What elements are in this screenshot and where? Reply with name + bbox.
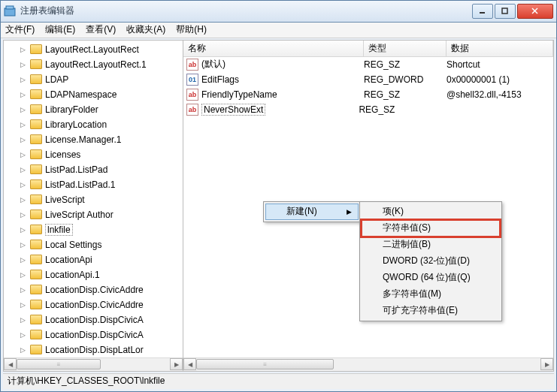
menu-favorites[interactable]: 收藏夹(A) (126, 23, 165, 36)
tree-pane: LayoutRect.LayoutRectLayoutRect.LayoutRe… (4, 41, 183, 371)
ctx-sub-item[interactable]: 多字符串值(M) (362, 286, 500, 303)
ctx-sub-item[interactable]: DWORD (32-位)值(D) (362, 253, 500, 270)
expand-icon[interactable] (19, 210, 27, 219)
expand-icon[interactable] (19, 60, 27, 68)
tree-item[interactable]: LayoutRect.LayoutRect (4, 42, 183, 57)
tree-item[interactable]: LocationApi (4, 252, 183, 267)
tree-item[interactable]: LocationDisp.DispCivicA (4, 327, 183, 342)
folder-icon (30, 315, 42, 324)
tree-item[interactable]: ListPad.ListPad (4, 162, 183, 177)
scroll-left-icon[interactable]: ◀ (183, 358, 196, 370)
tree-item[interactable]: lnkfile (4, 222, 183, 237)
value-data: @shell32.dll,-4153 (447, 89, 553, 100)
list-hscroll[interactable]: ◀ ≡ ▶ (183, 357, 553, 371)
folder-icon (30, 119, 42, 129)
expand-icon[interactable] (19, 45, 27, 53)
tree-item[interactable]: LiveScript (4, 192, 183, 207)
tree-hscroll[interactable]: ◀ ≡ ▶ (4, 357, 183, 371)
expand-icon[interactable] (19, 285, 27, 294)
tree-item[interactable]: License.Manager.1 (4, 132, 183, 147)
ctx-sub-item[interactable]: 项(K) (362, 204, 500, 220)
folder-icon (30, 179, 42, 189)
tree-item[interactable]: LocationDisp.CivicAddre (4, 282, 183, 297)
scroll-thumb[interactable]: ≡ (196, 359, 334, 369)
expand-icon[interactable] (19, 75, 27, 83)
menu-view[interactable]: 查看(V) (86, 23, 116, 36)
expand-icon[interactable] (19, 120, 27, 128)
col-name[interactable]: 名称 (183, 41, 364, 56)
svg-rect-1 (6, 6, 14, 9)
tree-item[interactable]: Licenses (4, 147, 183, 162)
expand-icon[interactable] (19, 105, 27, 113)
expand-icon[interactable] (19, 345, 27, 354)
binary-value-icon: 01 (186, 74, 198, 86)
tree-item[interactable]: LibraryFolder (4, 102, 183, 117)
close-button[interactable] (517, 4, 553, 19)
tree-label: LocationApi.1 (45, 270, 100, 280)
tree-item[interactable]: LocationDisp.DispCivicA (4, 312, 183, 327)
ctx-sub-label: 可扩充字符串值(E) (383, 304, 458, 317)
ctx-sub-label: 多字符串值(M) (383, 288, 441, 300)
expand-icon[interactable] (19, 135, 27, 143)
value-row[interactable]: 01EditFlagsREG_DWORD0x00000001 (1) (183, 72, 553, 87)
ctx-sub-label: 二进制值(B) (383, 238, 431, 251)
scroll-thumb[interactable]: ≡ (17, 359, 101, 369)
expand-icon[interactable] (19, 150, 27, 158)
value-row[interactable]: abNeverShowExtREG_SZ (183, 102, 553, 117)
tree-label: Licenses (45, 149, 80, 160)
expand-icon[interactable] (19, 225, 27, 234)
tree-item[interactable]: LayoutRect.LayoutRect.1 (4, 57, 183, 72)
value-type: REG_DWORD (364, 74, 447, 85)
expand-icon[interactable] (19, 165, 27, 173)
tree-view[interactable]: LayoutRect.LayoutRectLayoutRect.LayoutRe… (4, 41, 183, 357)
expand-icon[interactable] (19, 180, 27, 188)
value-type: REG_SZ (359, 104, 441, 115)
ctx-sub-label: 字符串值(S) (383, 222, 431, 234)
expand-icon[interactable] (19, 195, 27, 204)
expand-icon[interactable] (19, 315, 27, 324)
folder-icon (30, 104, 42, 114)
tree-item[interactable]: LibraryLocation (4, 117, 183, 132)
menu-edit[interactable]: 编辑(E) (45, 23, 75, 36)
value-row[interactable]: abFriendlyTypeNameREG_SZ@shell32.dll,-41… (183, 87, 553, 102)
tree-item[interactable]: LocationDisp.CivicAddre (4, 297, 183, 312)
ctx-sub-item[interactable]: 字符串值(S) (362, 220, 500, 237)
expand-icon[interactable] (19, 270, 27, 279)
folder-icon (30, 149, 42, 159)
scroll-right-icon[interactable]: ▶ (540, 358, 553, 370)
expand-icon[interactable] (19, 330, 27, 339)
value-row[interactable]: ab(默认)REG_SZShortcut (183, 57, 553, 72)
expand-icon[interactable] (19, 300, 27, 309)
ctx-sub-item[interactable]: 可扩充字符串值(E) (362, 303, 500, 319)
tree-item[interactable]: LDAPNamespace (4, 87, 183, 102)
tree-label: LocationDisp.CivicAddre (45, 285, 144, 295)
ctx-sub-item[interactable]: 二进制值(B) (362, 237, 500, 253)
statusbar: 计算机\HKEY_CLASSES_ROOT\lnkfile (3, 373, 554, 389)
tree-label: LDAPNamespace (45, 89, 117, 100)
scroll-right-icon[interactable]: ▶ (170, 358, 183, 370)
maximize-button[interactable] (495, 4, 516, 19)
expand-icon[interactable] (19, 240, 27, 249)
menu-help[interactable]: 帮助(H) (176, 23, 207, 36)
titlebar[interactable]: 注册表编辑器 (1, 1, 556, 23)
string-value-icon: ab (186, 59, 198, 71)
tree-item[interactable]: Local Settings (4, 237, 183, 252)
tree-item[interactable]: LocationDisp.DispLatLor (4, 342, 183, 357)
tree-item[interactable]: ListPad.ListPad.1 (4, 177, 183, 192)
expand-icon[interactable] (19, 255, 27, 264)
col-type[interactable]: 类型 (364, 41, 447, 56)
tree-item[interactable]: LiveScript Author (4, 207, 183, 222)
tree-item[interactable]: LocationApi.1 (4, 267, 183, 282)
value-name: EditFlags (201, 74, 364, 85)
tree-label: LayoutRect.LayoutRect.1 (45, 59, 147, 70)
ctx-sub-item[interactable]: QWORD (64 位)值(Q) (362, 270, 500, 286)
minimize-button[interactable] (472, 4, 493, 19)
tree-item[interactable]: LDAP (4, 72, 183, 87)
scroll-left-icon[interactable]: ◀ (4, 358, 17, 370)
menu-file[interactable]: 文件(F) (5, 23, 35, 36)
ctx-sub-label: QWORD (64 位)值(Q) (383, 271, 471, 284)
expand-icon[interactable] (19, 90, 27, 98)
ctx-new[interactable]: 新建(N) ▶ (265, 204, 359, 220)
col-data[interactable]: 数据 (447, 41, 553, 56)
value-data: 0x00000001 (1) (447, 74, 553, 85)
